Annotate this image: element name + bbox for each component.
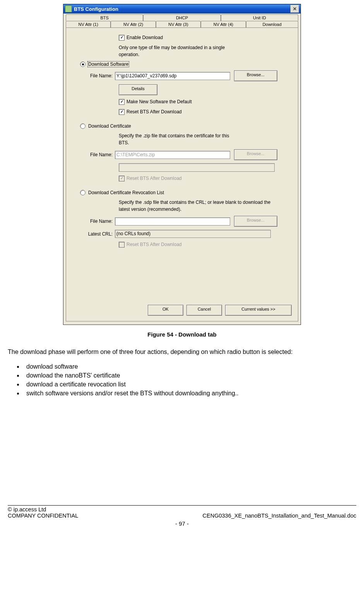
certificate-info: Specify the .zip file that contains the … (119, 132, 235, 146)
details-button[interactable]: Details (119, 84, 157, 95)
titlebar: BTS Configuration ✕ (63, 4, 301, 14)
software-filename-input[interactable]: Y:\jp1\120a007_v237d69.sdp (115, 72, 230, 80)
file-name-label-2: File Name: (78, 152, 115, 157)
enable-download-checkbox[interactable] (119, 35, 125, 41)
page-number: - 97 - (8, 520, 356, 527)
ok-button[interactable]: OK (148, 305, 183, 316)
reset-after-checkbox-3 (119, 242, 125, 248)
tab-download[interactable]: Download (246, 21, 298, 27)
download-software-radio[interactable] (80, 62, 85, 67)
paragraph-intro: The download phase will perform one of t… (8, 348, 356, 356)
tab-strip: BTS DHCP Unit ID NV Attr (1) NV Attr (2)… (66, 14, 298, 27)
close-button[interactable]: ✕ (291, 5, 299, 13)
make-default-label: Make New Software the Default (126, 98, 192, 105)
copyright-line: © ip.access Ltd (8, 506, 356, 513)
download-certificate-radio[interactable] (80, 123, 85, 129)
tab-nv-attr-4[interactable]: NV Attr (4) (201, 21, 246, 27)
browse-button-1[interactable]: Browse... (234, 70, 277, 81)
cancel-button[interactable]: Cancel (186, 305, 222, 316)
reset-after-label-3: Reset BTS After Download (126, 241, 182, 248)
browse-button-3: Browse... (234, 216, 277, 227)
tab-content-download: Enable Download Only one type of file ma… (66, 27, 298, 321)
current-values-button[interactable]: Current values >> (225, 305, 292, 316)
enable-download-label: Enable Download (126, 34, 163, 41)
certificate-info-input (119, 163, 275, 172)
dialog-button-row: OK Cancel Current values >> (148, 305, 292, 316)
figure-caption: Figure 54 - Download tab (8, 331, 356, 338)
browse-button-2: Browse... (234, 149, 277, 160)
list-item: download the nanoBTS' certificate (23, 372, 356, 379)
certificate-filename-input[interactable]: C:\TEMP\Certs.zip (115, 151, 230, 159)
file-name-label-1: File Name: (78, 73, 115, 79)
latest-crl-label: Latest CRL: (78, 231, 115, 237)
window-title: BTS Configuration (74, 6, 291, 12)
tab-nv-attr-1[interactable]: NV Attr (1) (66, 21, 111, 27)
footer-divider (8, 505, 356, 506)
download-software-label[interactable]: Download Software (87, 61, 129, 67)
download-crl-label[interactable]: Download Certificate Revocation List (87, 190, 165, 196)
document-name: CENG0336_XE_nanoBTS_Installation_and_Tes… (203, 513, 356, 519)
list-item: download software (23, 363, 356, 370)
bullet-list: download software download the nanoBTS' … (8, 363, 356, 397)
tab-dhcp[interactable]: DHCP (143, 14, 220, 21)
make-default-checkbox[interactable] (119, 99, 125, 105)
tab-nv-attr-2[interactable]: NV Attr (2) (111, 21, 156, 27)
bts-configuration-dialog: BTS Configuration ✕ BTS DHCP Unit ID NV … (63, 4, 301, 325)
list-item: download a certificate revocation list (23, 381, 356, 388)
tab-unit-id[interactable]: Unit ID (221, 14, 298, 21)
crl-info: Specify the .sdp file that contains the … (119, 199, 273, 213)
footer-row: COMPANY CONFIDENTIAL CENG0336_XE_nanoBTS… (8, 513, 356, 519)
crl-filename-input[interactable] (115, 217, 230, 226)
reset-after-label-1: Reset BTS After Download (126, 108, 182, 115)
tab-bts[interactable]: BTS (66, 14, 143, 21)
download-crl-radio[interactable] (80, 190, 85, 195)
single-type-info: Only one type of file may be downloaded … (119, 44, 235, 58)
reset-after-label-2: Reset BTS After Download (126, 175, 182, 182)
confidential-label: COMPANY CONFIDENTIAL (8, 513, 78, 519)
tab-nv-attr-3[interactable]: NV Attr (3) (156, 21, 201, 27)
download-certificate-label[interactable]: Download Certificate (87, 123, 132, 129)
reset-after-checkbox-2 (119, 176, 125, 181)
latest-crl-value: (no CRLs found) (115, 230, 271, 238)
file-name-label-3: File Name: (78, 219, 115, 224)
list-item: switch software versions and/or reset th… (23, 390, 356, 397)
reset-after-checkbox-1[interactable] (119, 109, 125, 115)
app-icon (65, 5, 72, 12)
